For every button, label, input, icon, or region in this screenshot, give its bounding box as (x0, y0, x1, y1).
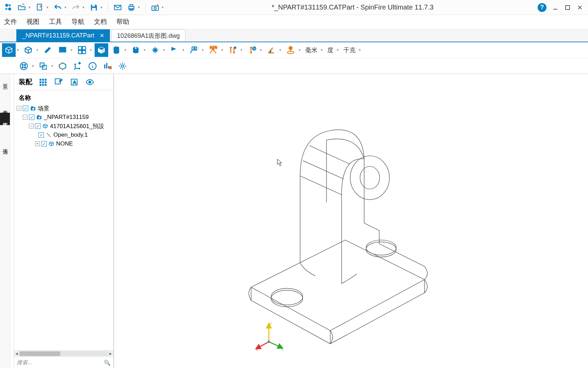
unit-mass[interactable]: 千克 (341, 46, 358, 54)
dropdown-icon[interactable]: ▼ (46, 6, 49, 9)
save-icon[interactable] (88, 1, 100, 14)
checkbox-icon[interactable]: ✓ (29, 114, 34, 120)
dropdown-icon[interactable]: ▼ (137, 6, 141, 9)
dropdown-icon[interactable]: ▼ (220, 48, 224, 52)
new-icon[interactable] (34, 1, 46, 14)
axes-icon[interactable]: + (71, 59, 84, 73)
collapse-icon[interactable]: − (29, 124, 34, 128)
text-frame-icon[interactable]: A (69, 77, 79, 87)
sidetab-library[interactable]: 文件库 (0, 100, 10, 113)
panel-tab-assembly[interactable]: 装配 (19, 77, 32, 87)
dropdown-icon[interactable]: ▼ (182, 48, 185, 52)
view-3d-icon[interactable] (2, 43, 16, 57)
dropdown-icon[interactable]: ▼ (89, 48, 93, 52)
menu-view[interactable]: 视图 (27, 17, 39, 26)
dimension-vertical-icon[interactable] (226, 43, 239, 57)
dropdown-icon[interactable]: ▼ (279, 48, 282, 52)
collapse-icon[interactable]: − (17, 106, 21, 111)
maximize-icon[interactable] (564, 4, 571, 11)
mail-icon[interactable] (112, 1, 124, 14)
layout-icon[interactable] (75, 43, 89, 57)
tab-inactive[interactable]: 1026869A1齿形图.dwg (111, 29, 185, 42)
palette-icon[interactable] (17, 59, 31, 73)
settings-icon[interactable] (116, 59, 129, 73)
dimension-diameter-icon[interactable] (245, 43, 259, 57)
tree-row-sub[interactable]: − ✓ 41701A125601_預設 (16, 122, 111, 131)
tab-active[interactable]: _NPART#131159.CATPart ✕ (16, 29, 110, 42)
shaded-cube-icon[interactable] (95, 43, 108, 57)
dropdown-icon[interactable]: ▼ (161, 6, 164, 9)
gear-cylinder-icon[interactable] (129, 43, 143, 57)
sidetab-options[interactable]: 选项 (0, 139, 10, 152)
checkbox-icon[interactable]: ✓ (35, 123, 40, 129)
dropdown-icon[interactable]: ▼ (259, 48, 262, 52)
menu-file[interactable]: 文件 (4, 17, 17, 26)
horizontal-scrollbar[interactable]: ◄ ► (14, 351, 113, 357)
3d-viewport[interactable]: x y z (114, 74, 588, 368)
tree-row-body[interactable]: ✓ Open_body.1 (16, 131, 111, 139)
dropdown-icon[interactable]: ▼ (31, 64, 34, 68)
redo-icon[interactable] (70, 1, 82, 14)
annotation-icon[interactable]: A (187, 43, 200, 57)
sidetab-workspace[interactable]: 工作区 (0, 113, 10, 125)
dropdown-icon[interactable]: ▼ (70, 48, 73, 52)
sidetab-home[interactable]: 主页 (0, 74, 10, 87)
checkbox-icon[interactable]: ✓ (38, 132, 44, 138)
scroll-left-icon[interactable]: ◄ (14, 351, 19, 356)
dropdown-icon[interactable]: ▼ (82, 6, 85, 9)
menu-doc[interactable]: 文档 (94, 17, 107, 26)
copy-icon[interactable] (36, 59, 50, 73)
chart-icon[interactable] (101, 59, 114, 73)
open-icon[interactable] (16, 1, 28, 14)
dropdown-icon[interactable]: ▼ (100, 6, 103, 9)
dropdown-icon[interactable]: ▼ (336, 48, 339, 52)
info-icon[interactable] (86, 59, 99, 73)
probe-icon[interactable] (284, 43, 297, 57)
dropdown-icon[interactable]: ▼ (240, 48, 243, 52)
menu-tools[interactable]: 工具 (49, 17, 62, 26)
tab-close-icon[interactable]: ✕ (100, 32, 104, 39)
scroll-right-icon[interactable]: ► (108, 351, 113, 356)
collapse-icon[interactable]: − (23, 115, 28, 120)
checkbox-icon[interactable]: ✓ (41, 141, 47, 147)
dropdown-icon[interactable]: ▼ (358, 48, 361, 52)
dropdown-icon[interactable]: ▼ (16, 48, 19, 52)
explode-icon[interactable] (148, 43, 162, 57)
dropdown-icon[interactable]: ▼ (320, 48, 323, 52)
app-logo-icon[interactable] (2, 1, 14, 14)
scroll-thumb[interactable] (19, 351, 60, 356)
close-icon[interactable] (576, 4, 583, 11)
dropdown-icon[interactable]: ▼ (298, 48, 301, 52)
dropdown-icon[interactable]: ▼ (163, 48, 166, 52)
tree-row-none[interactable]: + ✓ NONE (16, 139, 111, 148)
dropdown-icon[interactable]: ▼ (36, 48, 39, 52)
tree-row-scene[interactable]: − ✓ 场景 (16, 104, 111, 113)
dropdown-icon[interactable]: ▼ (28, 6, 31, 9)
eye-icon[interactable] (85, 77, 95, 87)
print-icon[interactable] (125, 1, 137, 14)
cylinder-icon[interactable] (110, 43, 123, 57)
minimize-icon[interactable] (552, 4, 559, 11)
dropdown-icon[interactable]: ▼ (201, 48, 204, 52)
menu-help[interactable]: 帮助 (116, 17, 129, 26)
coordinate-icon[interactable]: (X,Y,Z) (206, 43, 220, 57)
dropdown-icon[interactable]: ▼ (143, 48, 146, 52)
scroll-track[interactable] (19, 351, 108, 356)
camera-icon[interactable] (149, 1, 161, 14)
search-box[interactable]: 搜索... 🔍 (14, 357, 113, 368)
menu-nav[interactable]: 导航 (71, 17, 84, 26)
undo-icon[interactable] (52, 1, 64, 14)
angle-icon[interactable] (264, 43, 278, 57)
cube-icon[interactable] (21, 43, 35, 57)
search-icon[interactable]: 🔍 (104, 359, 111, 366)
dropdown-icon[interactable]: ▼ (124, 48, 127, 52)
unit-length[interactable]: 毫米 (303, 46, 320, 54)
tree-row-part[interactable]: − ✓ _NPART#131159 (16, 113, 111, 122)
unit-angle[interactable]: 度 (325, 46, 336, 54)
transform-icon[interactable] (56, 59, 69, 73)
plane-icon[interactable] (41, 43, 54, 57)
flag-icon[interactable] (167, 43, 181, 57)
expand-icon[interactable]: + (35, 141, 40, 146)
dropdown-icon[interactable]: ▼ (64, 6, 67, 9)
grid-icon[interactable] (38, 77, 48, 87)
